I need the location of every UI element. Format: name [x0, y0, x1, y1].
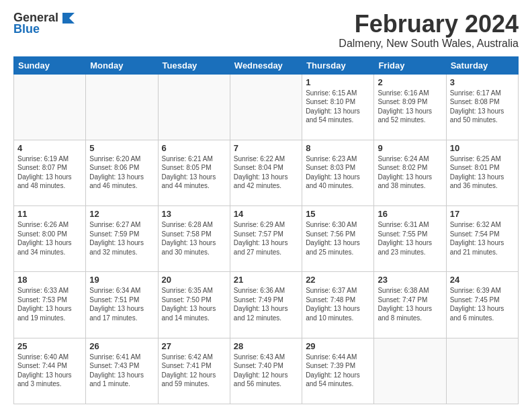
day-info: Sunrise: 6:39 AM Sunset: 7:45 PM Dayligh…: [450, 286, 515, 322]
day-info: Sunrise: 6:15 AM Sunset: 8:10 PM Dayligh…: [306, 89, 370, 125]
col-sunday: Sunday: [14, 56, 86, 74]
table-cell: 11Sunrise: 6:26 AM Sunset: 8:00 PM Dayli…: [14, 206, 86, 272]
table-cell: 22Sunrise: 6:37 AM Sunset: 7:48 PM Dayli…: [302, 272, 374, 338]
day-number: 10: [450, 143, 515, 153]
calendar-title: February 2024: [339, 11, 519, 38]
day-info: Sunrise: 6:21 AM Sunset: 8:05 PM Dayligh…: [162, 154, 226, 191]
col-tuesday: Tuesday: [158, 56, 230, 74]
day-number: 4: [17, 143, 82, 153]
table-cell: 8Sunrise: 6:23 AM Sunset: 8:03 PM Daylig…: [302, 140, 374, 205]
calendar-subtitle: Dalmeny, New South Wales, Australia: [339, 38, 519, 50]
day-info: Sunrise: 6:27 AM Sunset: 7:59 PM Dayligh…: [89, 220, 154, 257]
day-info: Sunrise: 6:29 AM Sunset: 7:57 PM Dayligh…: [234, 220, 298, 257]
table-cell: 9Sunrise: 6:24 AM Sunset: 8:02 PM Daylig…: [374, 140, 446, 205]
day-number: 13: [162, 209, 226, 219]
table-cell: 12Sunrise: 6:27 AM Sunset: 7:59 PM Dayli…: [86, 206, 158, 272]
table-cell: 21Sunrise: 6:36 AM Sunset: 7:49 PM Dayli…: [230, 272, 302, 338]
day-info: Sunrise: 6:42 AM Sunset: 7:41 PM Dayligh…: [162, 353, 226, 389]
table-cell: 15Sunrise: 6:30 AM Sunset: 7:56 PM Dayli…: [302, 206, 374, 272]
table-row: 1Sunrise: 6:15 AM Sunset: 8:10 PM Daylig…: [14, 74, 519, 140]
table-cell: 6Sunrise: 6:21 AM Sunset: 8:05 PM Daylig…: [158, 140, 230, 205]
day-number: 28: [234, 341, 298, 351]
table-cell: 18Sunrise: 6:33 AM Sunset: 7:53 PM Dayli…: [14, 272, 86, 338]
table-cell: 1Sunrise: 6:15 AM Sunset: 8:10 PM Daylig…: [302, 74, 374, 140]
col-saturday: Saturday: [446, 56, 518, 74]
table-cell: 24Sunrise: 6:39 AM Sunset: 7:45 PM Dayli…: [446, 272, 518, 338]
logo: General Blue: [13, 11, 75, 36]
col-friday: Friday: [374, 56, 446, 74]
day-info: Sunrise: 6:35 AM Sunset: 7:50 PM Dayligh…: [162, 286, 226, 322]
table-cell: 10Sunrise: 6:25 AM Sunset: 8:01 PM Dayli…: [446, 140, 518, 205]
table-cell: 4Sunrise: 6:19 AM Sunset: 8:07 PM Daylig…: [14, 140, 86, 205]
day-number: 20: [162, 275, 226, 285]
day-info: Sunrise: 6:23 AM Sunset: 8:03 PM Dayligh…: [306, 154, 370, 191]
table-cell: 27Sunrise: 6:42 AM Sunset: 7:41 PM Dayli…: [158, 338, 230, 404]
day-info: Sunrise: 6:30 AM Sunset: 7:56 PM Dayligh…: [306, 220, 370, 257]
day-info: Sunrise: 6:16 AM Sunset: 8:09 PM Dayligh…: [378, 89, 442, 125]
table-row: 18Sunrise: 6:33 AM Sunset: 7:53 PM Dayli…: [14, 272, 519, 338]
day-number: 3: [450, 77, 515, 87]
day-number: 12: [89, 209, 154, 219]
day-number: 8: [306, 143, 370, 153]
table-cell: 16Sunrise: 6:31 AM Sunset: 7:55 PM Dayli…: [374, 206, 446, 272]
calendar-table: Sunday Monday Tuesday Wednesday Thursday…: [13, 56, 519, 404]
table-cell: 20Sunrise: 6:35 AM Sunset: 7:50 PM Dayli…: [158, 272, 230, 338]
day-number: 25: [17, 341, 82, 351]
day-info: Sunrise: 6:38 AM Sunset: 7:47 PM Dayligh…: [378, 286, 442, 322]
col-thursday: Thursday: [302, 56, 374, 74]
table-cell: 3Sunrise: 6:17 AM Sunset: 8:08 PM Daylig…: [446, 74, 518, 140]
day-number: 18: [17, 275, 82, 285]
day-info: Sunrise: 6:28 AM Sunset: 7:58 PM Dayligh…: [162, 220, 226, 257]
day-number: 22: [306, 275, 370, 285]
day-info: Sunrise: 6:19 AM Sunset: 8:07 PM Dayligh…: [17, 154, 82, 191]
logo-flag-icon: [60, 11, 75, 24]
day-info: Sunrise: 6:37 AM Sunset: 7:48 PM Dayligh…: [306, 286, 370, 322]
day-number: 21: [234, 275, 298, 285]
table-cell: [158, 74, 230, 140]
day-info: Sunrise: 6:24 AM Sunset: 8:02 PM Dayligh…: [378, 154, 442, 191]
table-cell: [14, 74, 86, 140]
day-info: Sunrise: 6:34 AM Sunset: 7:51 PM Dayligh…: [89, 286, 154, 322]
day-number: 16: [378, 209, 442, 219]
logo-blue-text: Blue: [13, 22, 40, 36]
day-info: Sunrise: 6:17 AM Sunset: 8:08 PM Dayligh…: [450, 89, 515, 125]
table-row: 4Sunrise: 6:19 AM Sunset: 8:07 PM Daylig…: [14, 140, 519, 205]
title-section: February 2024 Dalmeny, New South Wales, …: [339, 11, 519, 50]
day-number: 24: [450, 275, 515, 285]
day-number: 29: [306, 341, 370, 351]
table-cell: 2Sunrise: 6:16 AM Sunset: 8:09 PM Daylig…: [374, 74, 446, 140]
table-cell: [230, 74, 302, 140]
table-cell: [446, 338, 518, 404]
table-cell: [86, 74, 158, 140]
table-cell: 5Sunrise: 6:20 AM Sunset: 8:06 PM Daylig…: [86, 140, 158, 205]
day-number: 1: [306, 77, 370, 87]
table-cell: 28Sunrise: 6:43 AM Sunset: 7:40 PM Dayli…: [230, 338, 302, 404]
day-info: Sunrise: 6:31 AM Sunset: 7:55 PM Dayligh…: [378, 220, 442, 257]
day-info: Sunrise: 6:20 AM Sunset: 8:06 PM Dayligh…: [89, 154, 154, 191]
day-number: 23: [378, 275, 442, 285]
day-number: 5: [89, 143, 154, 153]
day-number: 2: [378, 77, 442, 87]
table-cell: 23Sunrise: 6:38 AM Sunset: 7:47 PM Dayli…: [374, 272, 446, 338]
day-number: 27: [162, 341, 226, 351]
day-number: 17: [450, 209, 515, 219]
table-cell: 13Sunrise: 6:28 AM Sunset: 7:58 PM Dayli…: [158, 206, 230, 272]
table-cell: 26Sunrise: 6:41 AM Sunset: 7:43 PM Dayli…: [86, 338, 158, 404]
table-row: 25Sunrise: 6:40 AM Sunset: 7:44 PM Dayli…: [14, 338, 519, 404]
day-number: 14: [234, 209, 298, 219]
table-cell: 7Sunrise: 6:22 AM Sunset: 8:04 PM Daylig…: [230, 140, 302, 205]
day-info: Sunrise: 6:36 AM Sunset: 7:49 PM Dayligh…: [234, 286, 298, 322]
header: General Blue February 2024 Dalmeny, New …: [13, 11, 519, 50]
day-number: 11: [17, 209, 82, 219]
table-cell: 14Sunrise: 6:29 AM Sunset: 7:57 PM Dayli…: [230, 206, 302, 272]
table-row: 11Sunrise: 6:26 AM Sunset: 8:00 PM Dayli…: [14, 206, 519, 272]
day-number: 7: [234, 143, 298, 153]
table-cell: [374, 338, 446, 404]
day-info: Sunrise: 6:26 AM Sunset: 8:00 PM Dayligh…: [17, 220, 82, 257]
day-number: 9: [378, 143, 442, 153]
day-info: Sunrise: 6:33 AM Sunset: 7:53 PM Dayligh…: [17, 286, 82, 322]
day-number: 26: [89, 341, 154, 351]
col-monday: Monday: [86, 56, 158, 74]
day-info: Sunrise: 6:41 AM Sunset: 7:43 PM Dayligh…: [89, 353, 154, 389]
table-cell: 17Sunrise: 6:32 AM Sunset: 7:54 PM Dayli…: [446, 206, 518, 272]
